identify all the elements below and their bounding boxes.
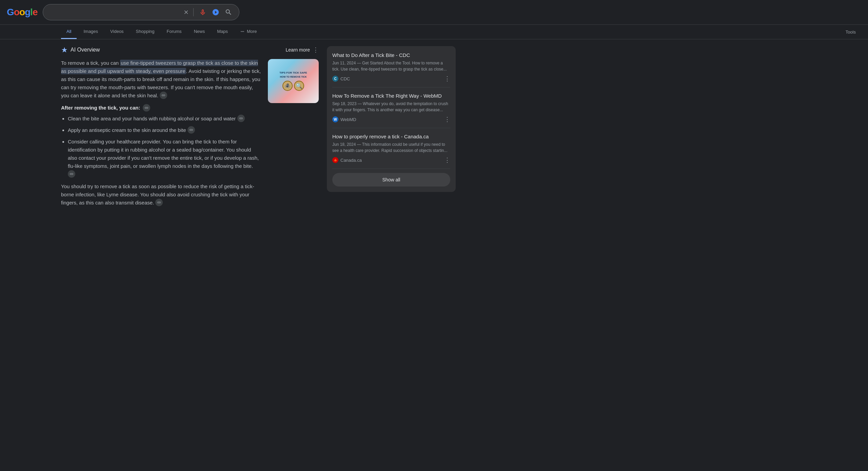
after-removing-list: Clean the bite area and your hands with … (61, 115, 261, 178)
list-item-3: Consider calling your healthcare provide… (68, 138, 261, 178)
highlighted-text: use fine-tipped tweezers to grasp the ti… (61, 60, 258, 74)
source-favicon-cdc: C CDC (332, 76, 350, 82)
tick-circles: 🕷️ 🔍 (282, 81, 304, 91)
source-title-canada: How to properly remove a tick - Canada.c… (332, 133, 450, 140)
ai-closing-paragraph: You should try to remove a tick as soon … (61, 182, 261, 207)
citation-link-1[interactable] (160, 92, 167, 99)
source-title-cdc: What to Do After a Tick Bite - CDC (332, 52, 450, 59)
ai-overview: AI Overview Learn more ⋮ To remove a tic… (61, 46, 319, 211)
learn-more-link[interactable]: Learn more (285, 47, 310, 53)
google-lens-button[interactable] (211, 7, 221, 17)
image-title: TIPS FOR TICK SAFE (279, 71, 307, 74)
tab-all[interactable]: All (61, 25, 77, 39)
cdc-favicon-icon: C (332, 76, 338, 82)
source-favicon-canada: 🍁 Canada.ca (332, 157, 362, 163)
ai-star-icon (61, 46, 68, 53)
tab-more[interactable]: More (235, 25, 262, 39)
image-subtitle: HOW TO REMOVE TICK (280, 76, 307, 78)
citation-link-3[interactable] (237, 115, 245, 122)
citation-link-6[interactable] (155, 199, 163, 206)
source-name-canada: Canada.ca (340, 158, 362, 163)
nav-tabs: All Images Videos Shopping Forums News M… (0, 25, 868, 39)
citation-link-4[interactable] (188, 126, 195, 134)
after-removing-heading: After removing the tick, you can: (61, 104, 261, 112)
search-submit-button[interactable] (223, 7, 234, 17)
google-logo: Google (7, 7, 37, 18)
main-content: AI Overview Learn more ⋮ To remove a tic… (0, 39, 475, 218)
search-input[interactable]: tick removal (48, 9, 180, 15)
list-item-1: Clean the bite area and your hands with … (68, 115, 261, 123)
source-footer-canada: 🍁 Canada.ca ⋮ (332, 156, 450, 164)
voice-search-button[interactable] (198, 7, 208, 17)
ai-text-content: To remove a tick, you can use fine-tippe… (61, 59, 261, 211)
source-item-canada: How to properly remove a tick - Canada.c… (332, 128, 450, 169)
ai-body: To remove a tick, you can use fine-tippe… (61, 59, 319, 211)
header: Google tick removal (0, 0, 868, 25)
right-panel: What to Do After a Tick Bite - CDC Jun 1… (327, 46, 456, 211)
ai-overview-title: AI Overview (71, 47, 100, 53)
search-bar: tick removal (43, 4, 239, 20)
ai-image-container: TIPS FOR TICK SAFE HOW TO REMOVE TICK 🕷️… (268, 59, 319, 211)
tab-maps[interactable]: Maps (212, 25, 233, 39)
ai-actions: Learn more ⋮ (285, 46, 319, 54)
source-more-webmd[interactable]: ⋮ (444, 116, 450, 123)
tab-shopping[interactable]: Shopping (131, 25, 160, 39)
webmd-favicon-icon: W (332, 116, 338, 122)
citation-link-2[interactable] (143, 104, 150, 112)
tab-news[interactable]: News (189, 25, 211, 39)
list-item-2: Apply an antiseptic cream to the skin ar… (68, 126, 261, 134)
source-card: What to Do After a Tick Bite - CDC Jun 1… (327, 46, 456, 192)
source-footer-cdc: C CDC ⋮ (332, 75, 450, 82)
ai-title-group: AI Overview (61, 46, 100, 53)
tick-circle-1: 🕷️ (282, 81, 293, 91)
source-snippet-webmd: Sep 18, 2023 — Whatever you do, avoid th… (332, 101, 450, 113)
tick-circle-2: 🔍 (294, 81, 304, 91)
clear-button[interactable] (183, 9, 189, 15)
source-favicon-webmd: W WebMD (332, 116, 356, 122)
source-item-webmd: How To Remove a Tick The Right Way - Web… (332, 87, 450, 128)
show-all-button[interactable]: Show all (332, 173, 450, 187)
source-snippet-cdc: Jun 11, 2024 — Get Started About the Too… (332, 60, 450, 72)
canada-favicon-icon: 🍁 (332, 157, 338, 163)
tools-button[interactable]: Tools (840, 25, 861, 39)
ai-overview-header: AI Overview Learn more ⋮ (61, 46, 319, 54)
ai-more-icon[interactable]: ⋮ (313, 46, 319, 54)
tab-videos[interactable]: Videos (105, 25, 129, 39)
source-title-webmd: How To Remove a Tick The Right Way - Web… (332, 92, 450, 99)
source-item-cdc: What to Do After a Tick Bite - CDC Jun 1… (332, 52, 450, 87)
source-footer-webmd: W WebMD ⋮ (332, 116, 450, 123)
tab-images[interactable]: Images (78, 25, 103, 39)
citation-link-5[interactable] (68, 170, 75, 178)
tick-image: TIPS FOR TICK SAFE HOW TO REMOVE TICK 🕷️… (268, 59, 319, 103)
source-name-cdc: CDC (340, 76, 350, 81)
more-icon (240, 29, 245, 34)
ai-intro-paragraph: To remove a tick, you can use fine-tippe… (61, 59, 261, 100)
tab-forums[interactable]: Forums (161, 25, 187, 39)
source-more-canada[interactable]: ⋮ (444, 156, 450, 164)
source-name-webmd: WebMD (340, 117, 356, 122)
source-snippet-canada: Jun 18, 2024 — This information could be… (332, 141, 450, 154)
source-more-cdc[interactable]: ⋮ (444, 75, 450, 82)
